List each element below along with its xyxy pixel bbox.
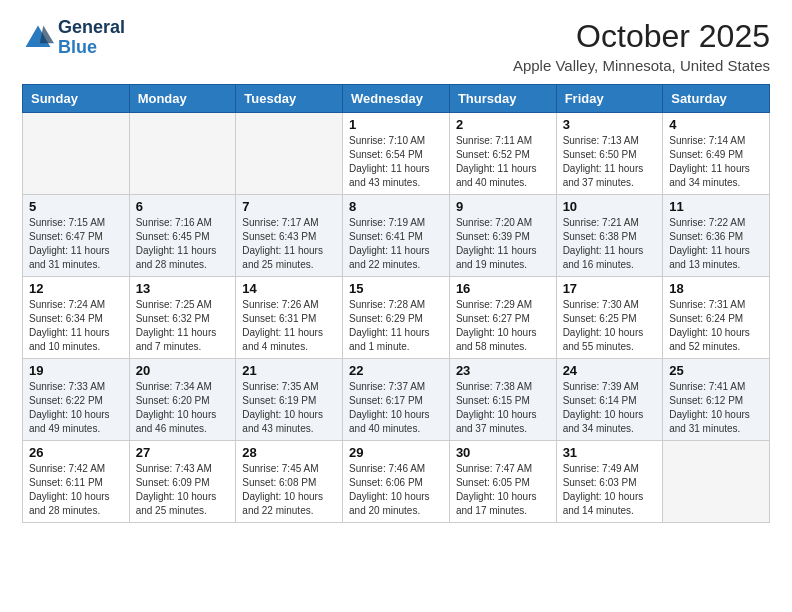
- day-info: Sunrise: 7:22 AM Sunset: 6:36 PM Dayligh…: [669, 216, 763, 272]
- col-sunday: Sunday: [23, 85, 130, 113]
- day-cell: 8Sunrise: 7:19 AM Sunset: 6:41 PM Daylig…: [343, 195, 450, 277]
- day-cell: [663, 441, 770, 523]
- day-info: Sunrise: 7:28 AM Sunset: 6:29 PM Dayligh…: [349, 298, 443, 354]
- day-number: 28: [242, 445, 336, 460]
- day-number: 6: [136, 199, 230, 214]
- week-row-4: 26Sunrise: 7:42 AM Sunset: 6:11 PM Dayli…: [23, 441, 770, 523]
- day-info: Sunrise: 7:41 AM Sunset: 6:12 PM Dayligh…: [669, 380, 763, 436]
- day-number: 12: [29, 281, 123, 296]
- day-number: 4: [669, 117, 763, 132]
- day-cell: 13Sunrise: 7:25 AM Sunset: 6:32 PM Dayli…: [129, 277, 236, 359]
- day-info: Sunrise: 7:26 AM Sunset: 6:31 PM Dayligh…: [242, 298, 336, 354]
- day-number: 9: [456, 199, 550, 214]
- day-number: 23: [456, 363, 550, 378]
- subtitle: Apple Valley, Minnesota, United States: [513, 57, 770, 74]
- logo-line2: Blue: [58, 38, 125, 58]
- day-number: 18: [669, 281, 763, 296]
- day-cell: 26Sunrise: 7:42 AM Sunset: 6:11 PM Dayli…: [23, 441, 130, 523]
- day-number: 25: [669, 363, 763, 378]
- day-number: 29: [349, 445, 443, 460]
- day-info: Sunrise: 7:47 AM Sunset: 6:05 PM Dayligh…: [456, 462, 550, 518]
- day-info: Sunrise: 7:46 AM Sunset: 6:06 PM Dayligh…: [349, 462, 443, 518]
- col-thursday: Thursday: [449, 85, 556, 113]
- day-number: 19: [29, 363, 123, 378]
- day-cell: 1Sunrise: 7:10 AM Sunset: 6:54 PM Daylig…: [343, 113, 450, 195]
- day-number: 14: [242, 281, 336, 296]
- day-number: 21: [242, 363, 336, 378]
- day-info: Sunrise: 7:10 AM Sunset: 6:54 PM Dayligh…: [349, 134, 443, 190]
- day-cell: 27Sunrise: 7:43 AM Sunset: 6:09 PM Dayli…: [129, 441, 236, 523]
- day-info: Sunrise: 7:20 AM Sunset: 6:39 PM Dayligh…: [456, 216, 550, 272]
- day-number: 26: [29, 445, 123, 460]
- header-row: Sunday Monday Tuesday Wednesday Thursday…: [23, 85, 770, 113]
- logo-text: General Blue: [58, 18, 125, 58]
- day-cell: 10Sunrise: 7:21 AM Sunset: 6:38 PM Dayli…: [556, 195, 663, 277]
- day-cell: 30Sunrise: 7:47 AM Sunset: 6:05 PM Dayli…: [449, 441, 556, 523]
- day-info: Sunrise: 7:13 AM Sunset: 6:50 PM Dayligh…: [563, 134, 657, 190]
- day-cell: 21Sunrise: 7:35 AM Sunset: 6:19 PM Dayli…: [236, 359, 343, 441]
- day-info: Sunrise: 7:31 AM Sunset: 6:24 PM Dayligh…: [669, 298, 763, 354]
- day-cell: [236, 113, 343, 195]
- day-info: Sunrise: 7:42 AM Sunset: 6:11 PM Dayligh…: [29, 462, 123, 518]
- main-title: October 2025: [513, 18, 770, 55]
- day-number: 5: [29, 199, 123, 214]
- day-cell: 14Sunrise: 7:26 AM Sunset: 6:31 PM Dayli…: [236, 277, 343, 359]
- day-cell: 12Sunrise: 7:24 AM Sunset: 6:34 PM Dayli…: [23, 277, 130, 359]
- day-info: Sunrise: 7:29 AM Sunset: 6:27 PM Dayligh…: [456, 298, 550, 354]
- day-info: Sunrise: 7:39 AM Sunset: 6:14 PM Dayligh…: [563, 380, 657, 436]
- week-row-0: 1Sunrise: 7:10 AM Sunset: 6:54 PM Daylig…: [23, 113, 770, 195]
- page: General Blue October 2025 Apple Valley, …: [0, 0, 792, 612]
- day-info: Sunrise: 7:37 AM Sunset: 6:17 PM Dayligh…: [349, 380, 443, 436]
- day-info: Sunrise: 7:34 AM Sunset: 6:20 PM Dayligh…: [136, 380, 230, 436]
- day-cell: 22Sunrise: 7:37 AM Sunset: 6:17 PM Dayli…: [343, 359, 450, 441]
- day-info: Sunrise: 7:11 AM Sunset: 6:52 PM Dayligh…: [456, 134, 550, 190]
- day-info: Sunrise: 7:30 AM Sunset: 6:25 PM Dayligh…: [563, 298, 657, 354]
- logo-line1: General: [58, 18, 125, 38]
- day-number: 16: [456, 281, 550, 296]
- col-monday: Monday: [129, 85, 236, 113]
- day-cell: 31Sunrise: 7:49 AM Sunset: 6:03 PM Dayli…: [556, 441, 663, 523]
- week-row-2: 12Sunrise: 7:24 AM Sunset: 6:34 PM Dayli…: [23, 277, 770, 359]
- day-cell: 16Sunrise: 7:29 AM Sunset: 6:27 PM Dayli…: [449, 277, 556, 359]
- day-info: Sunrise: 7:17 AM Sunset: 6:43 PM Dayligh…: [242, 216, 336, 272]
- day-number: 17: [563, 281, 657, 296]
- day-number: 10: [563, 199, 657, 214]
- day-cell: 15Sunrise: 7:28 AM Sunset: 6:29 PM Dayli…: [343, 277, 450, 359]
- day-cell: 5Sunrise: 7:15 AM Sunset: 6:47 PM Daylig…: [23, 195, 130, 277]
- col-wednesday: Wednesday: [343, 85, 450, 113]
- week-row-1: 5Sunrise: 7:15 AM Sunset: 6:47 PM Daylig…: [23, 195, 770, 277]
- week-row-3: 19Sunrise: 7:33 AM Sunset: 6:22 PM Dayli…: [23, 359, 770, 441]
- day-number: 31: [563, 445, 657, 460]
- day-number: 8: [349, 199, 443, 214]
- day-cell: 4Sunrise: 7:14 AM Sunset: 6:49 PM Daylig…: [663, 113, 770, 195]
- day-cell: [23, 113, 130, 195]
- day-number: 7: [242, 199, 336, 214]
- logo: General Blue: [22, 18, 125, 58]
- svg-marker-1: [40, 25, 54, 43]
- calendar-table: Sunday Monday Tuesday Wednesday Thursday…: [22, 84, 770, 523]
- day-cell: 7Sunrise: 7:17 AM Sunset: 6:43 PM Daylig…: [236, 195, 343, 277]
- day-info: Sunrise: 7:38 AM Sunset: 6:15 PM Dayligh…: [456, 380, 550, 436]
- day-cell: 20Sunrise: 7:34 AM Sunset: 6:20 PM Dayli…: [129, 359, 236, 441]
- header: General Blue October 2025 Apple Valley, …: [22, 18, 770, 74]
- day-number: 20: [136, 363, 230, 378]
- day-cell: 3Sunrise: 7:13 AM Sunset: 6:50 PM Daylig…: [556, 113, 663, 195]
- day-info: Sunrise: 7:35 AM Sunset: 6:19 PM Dayligh…: [242, 380, 336, 436]
- day-number: 15: [349, 281, 443, 296]
- day-info: Sunrise: 7:16 AM Sunset: 6:45 PM Dayligh…: [136, 216, 230, 272]
- day-info: Sunrise: 7:14 AM Sunset: 6:49 PM Dayligh…: [669, 134, 763, 190]
- day-cell: 17Sunrise: 7:30 AM Sunset: 6:25 PM Dayli…: [556, 277, 663, 359]
- day-cell: 28Sunrise: 7:45 AM Sunset: 6:08 PM Dayli…: [236, 441, 343, 523]
- day-info: Sunrise: 7:25 AM Sunset: 6:32 PM Dayligh…: [136, 298, 230, 354]
- day-cell: 6Sunrise: 7:16 AM Sunset: 6:45 PM Daylig…: [129, 195, 236, 277]
- day-info: Sunrise: 7:15 AM Sunset: 6:47 PM Dayligh…: [29, 216, 123, 272]
- day-info: Sunrise: 7:19 AM Sunset: 6:41 PM Dayligh…: [349, 216, 443, 272]
- day-number: 27: [136, 445, 230, 460]
- day-info: Sunrise: 7:49 AM Sunset: 6:03 PM Dayligh…: [563, 462, 657, 518]
- day-number: 2: [456, 117, 550, 132]
- col-saturday: Saturday: [663, 85, 770, 113]
- day-info: Sunrise: 7:45 AM Sunset: 6:08 PM Dayligh…: [242, 462, 336, 518]
- day-cell: 23Sunrise: 7:38 AM Sunset: 6:15 PM Dayli…: [449, 359, 556, 441]
- day-cell: [129, 113, 236, 195]
- day-cell: 9Sunrise: 7:20 AM Sunset: 6:39 PM Daylig…: [449, 195, 556, 277]
